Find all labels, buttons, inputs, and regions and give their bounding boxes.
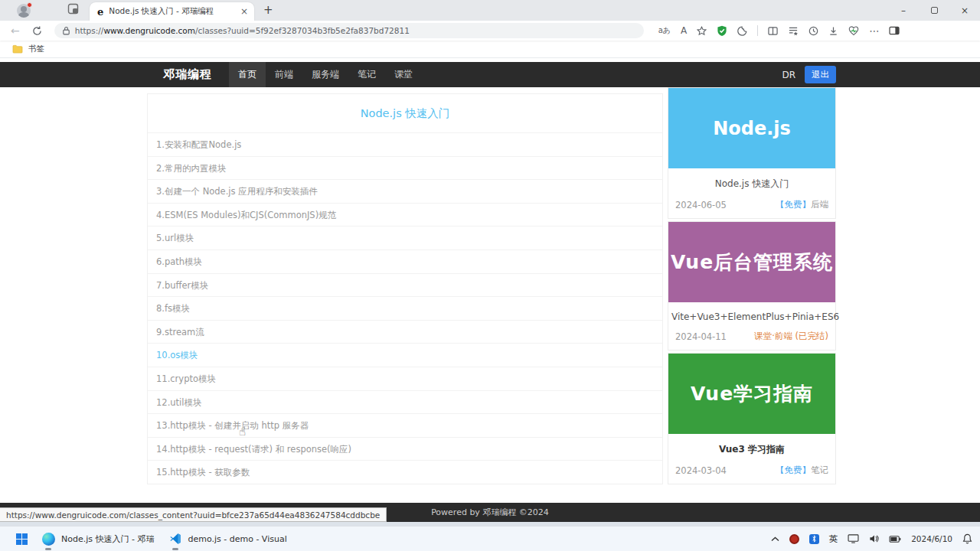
lesson-item[interactable]: 1.安装和配置Node.js xyxy=(148,132,662,156)
course-card-title[interactable]: Node.js 快速入门 xyxy=(668,168,835,192)
banner-text: Vue学习指南 xyxy=(691,381,813,406)
active-app-indicator xyxy=(45,548,51,550)
browser-tab-strip: e Node.js 快速入门 - 邓瑞编程 × + – × xyxy=(0,0,980,21)
browser-profile-button[interactable] xyxy=(17,4,31,18)
main-content: Node.js 快速入门 1.安装和配置Node.js 2.常用的内置模块 3.… xyxy=(0,87,980,503)
course-banner: Vue后台管理系统 xyxy=(668,222,835,302)
lesson-list-panel: Node.js 快速入门 1.安装和配置Node.js 2.常用的内置模块 3.… xyxy=(147,93,663,484)
lesson-item[interactable]: 8.fs模块 xyxy=(148,296,662,320)
lesson-item[interactable]: 2.常用的内置模块 xyxy=(148,156,662,180)
url-text: https://www.dengruicode.com/classes?uuid… xyxy=(75,26,410,35)
lesson-item[interactable]: 13.http模块 - 创建并启动 http 服务器 xyxy=(148,413,662,437)
tab-title: Node.js 快速入门 - 邓瑞编程 xyxy=(109,6,236,17)
bookmark-folder-icon[interactable] xyxy=(12,44,23,54)
tab-close-icon[interactable]: × xyxy=(240,6,248,17)
recording-indicator-icon[interactable] xyxy=(789,534,799,544)
history-icon[interactable] xyxy=(808,26,818,36)
taskbar-app-label: Node.js 快速入门 - 邓瑞 xyxy=(61,533,154,545)
bluetooth-icon[interactable] xyxy=(809,534,819,544)
course-card[interactable]: Node.js Node.js 快速入门 2024-06-05 【免费】后端 xyxy=(668,87,836,219)
course-date: 2024-03-04 xyxy=(675,465,727,476)
volume-icon[interactable] xyxy=(869,534,879,543)
url-bar[interactable]: https://www.dengruicode.com/classes?uuid… xyxy=(54,23,644,38)
lesson-item[interactable]: 15.http模块 - 获取参数 xyxy=(148,460,662,484)
status-bar-link-preview: https://www.dengruicode.com/classes_cont… xyxy=(0,507,387,522)
lesson-item[interactable]: 9.stream流 xyxy=(148,320,662,344)
cookie-extension-icon[interactable] xyxy=(737,26,747,36)
site-favicon: e xyxy=(97,6,103,18)
sidebar-toggle-icon[interactable] xyxy=(889,26,900,35)
banner-text: Vue后台管理系统 xyxy=(671,249,833,275)
window-controls: – × xyxy=(888,0,980,21)
course-card-meta: 2024-03-04 【免费】笔记 xyxy=(668,458,835,484)
new-tab-button[interactable]: + xyxy=(263,5,273,16)
split-screen-icon[interactable] xyxy=(768,26,778,36)
nav-item-notes[interactable]: 笔记 xyxy=(348,62,385,87)
lesson-item[interactable]: 12.util模块 xyxy=(148,390,662,414)
minimize-button[interactable]: – xyxy=(888,0,919,21)
course-tags: 【免费】笔记 xyxy=(776,465,828,476)
lesson-item[interactable]: 14.http模块 - request(请求) 和 response(响应) xyxy=(148,437,662,461)
system-tray: 英 2024/6/10 xyxy=(771,527,980,551)
bookmarks-bar: 书签 xyxy=(0,41,980,58)
workspaces-icon[interactable] xyxy=(67,3,79,18)
banner-text: Node.js xyxy=(713,118,791,139)
lock-icon xyxy=(62,26,70,35)
ime-indicator[interactable]: 英 xyxy=(829,533,838,545)
active-app-indicator xyxy=(172,548,178,550)
notification-dot xyxy=(27,2,32,8)
back-button[interactable]: ← xyxy=(11,24,20,37)
course-banner: Vue学习指南 xyxy=(668,354,835,434)
more-menu-icon[interactable]: ⋯ xyxy=(869,25,879,37)
tray-chevron-icon[interactable] xyxy=(771,536,779,542)
lesson-item[interactable]: 6.path模块 xyxy=(148,249,662,273)
lesson-item[interactable]: 5.url模块 xyxy=(148,226,662,249)
start-button[interactable] xyxy=(9,527,34,551)
lesson-item[interactable]: 4.ESM(ES Modules)和CJS(CommonJS)规范 xyxy=(148,203,662,227)
browser-essentials-icon[interactable] xyxy=(848,26,859,36)
lesson-item[interactable]: 3.创建一个 Node.js 应用程序和安装插件 xyxy=(148,179,662,203)
nav-item-classroom[interactable]: 课堂 xyxy=(385,62,422,87)
refresh-button[interactable] xyxy=(32,26,42,36)
url-domain: www.dengruicode.com xyxy=(103,26,195,35)
course-sidebar: Node.js Node.js 快速入门 2024-06-05 【免费】后端 V… xyxy=(668,87,836,487)
taskbar-app-edge[interactable]: Node.js 快速入门 - 邓瑞 xyxy=(34,527,162,551)
nav-item-backend[interactable]: 服务端 xyxy=(302,62,348,87)
user-initials[interactable]: DR xyxy=(782,70,795,80)
network-icon[interactable] xyxy=(848,534,859,543)
bookmark-folder-label[interactable]: 书签 xyxy=(28,44,44,54)
course-tags: 课堂·前端 (已完结) xyxy=(754,331,828,342)
course-date: 2024-04-11 xyxy=(675,331,727,342)
close-button[interactable]: × xyxy=(949,0,980,21)
favorite-star-icon[interactable] xyxy=(697,26,707,36)
nav-item-frontend[interactable]: 前端 xyxy=(266,62,302,87)
lesson-item[interactable]: 7.buffer模块 xyxy=(148,273,662,297)
course-card-meta: 2024-06-05 【免费】后端 xyxy=(668,192,835,218)
browser-tab[interactable]: e Node.js 快速入门 - 邓瑞编程 × xyxy=(90,2,254,21)
course-card-title[interactable]: Vue3 学习指南 xyxy=(668,434,835,458)
footer-text: Powered by 邓瑞编程 ©2024 xyxy=(431,507,549,518)
read-aloud-icon[interactable]: A xyxy=(681,25,687,36)
translate-icon[interactable]: aあ xyxy=(658,25,671,36)
downloads-icon[interactable] xyxy=(828,26,838,36)
maximize-button[interactable] xyxy=(919,0,949,21)
lesson-item-hovered[interactable]: 10.os模块 xyxy=(148,343,662,367)
collections-icon[interactable] xyxy=(788,26,799,36)
notification-bell-icon[interactable] xyxy=(962,533,972,544)
adblock-shield-icon[interactable] xyxy=(717,25,727,37)
site-brand[interactable]: 邓瑞编程 xyxy=(163,67,212,82)
battery-icon[interactable] xyxy=(889,536,901,543)
tray-date[interactable]: 2024/6/10 xyxy=(911,534,952,543)
logout-button[interactable]: 退出 xyxy=(805,66,836,83)
taskbar-app-label: demo.js - demo - Visual xyxy=(188,534,286,544)
course-card[interactable]: Vue学习指南 Vue3 学习指南 2024-03-04 【免费】笔记 xyxy=(668,353,836,484)
course-banner: Node.js xyxy=(668,88,835,168)
taskbar-app-vscode[interactable]: demo.js - demo - Visual xyxy=(162,527,294,551)
lesson-item[interactable]: 11.crypto模块 xyxy=(148,367,662,390)
course-card-title[interactable]: Vite+Vue3+ElementPlus+Pinia+ES6 xyxy=(668,302,835,324)
vscode-icon xyxy=(169,533,181,545)
nav-item-home[interactable]: 首页 xyxy=(229,62,266,87)
lesson-list: 1.安装和配置Node.js 2.常用的内置模块 3.创建一个 Node.js … xyxy=(148,132,662,484)
toolbar-actions: aあ A ⋯ xyxy=(648,25,911,37)
course-card[interactable]: Vue后台管理系统 Vite+Vue3+ElementPlus+Pinia+ES… xyxy=(668,221,836,350)
